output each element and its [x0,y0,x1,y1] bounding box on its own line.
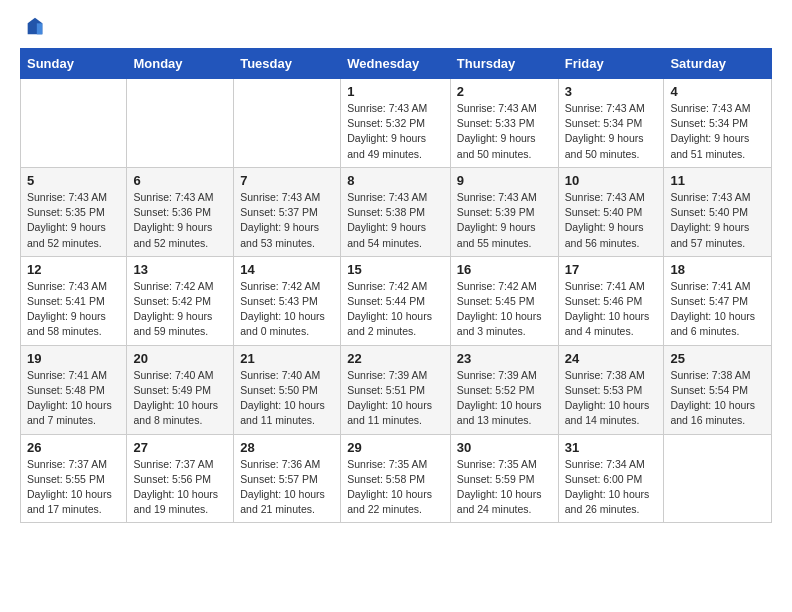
calendar-cell: 31Sunrise: 7:34 AM Sunset: 6:00 PM Dayli… [558,434,664,523]
calendar-cell [234,79,341,168]
day-number: 21 [240,351,334,366]
day-number: 15 [347,262,444,277]
day-detail: Sunrise: 7:42 AM Sunset: 5:43 PM Dayligh… [240,279,334,340]
day-detail: Sunrise: 7:34 AM Sunset: 6:00 PM Dayligh… [565,457,658,518]
calendar-cell: 7Sunrise: 7:43 AM Sunset: 5:37 PM Daylig… [234,167,341,256]
calendar-cell: 11Sunrise: 7:43 AM Sunset: 5:40 PM Dayli… [664,167,772,256]
day-number: 8 [347,173,444,188]
day-number: 5 [27,173,120,188]
day-detail: Sunrise: 7:43 AM Sunset: 5:35 PM Dayligh… [27,190,120,251]
calendar-cell: 4Sunrise: 7:43 AM Sunset: 5:34 PM Daylig… [664,79,772,168]
day-number: 31 [565,440,658,455]
calendar: SundayMondayTuesdayWednesdayThursdayFrid… [20,48,772,523]
day-number: 2 [457,84,552,99]
day-number: 4 [670,84,765,99]
calendar-cell: 2Sunrise: 7:43 AM Sunset: 5:33 PM Daylig… [450,79,558,168]
day-of-week-header: Monday [127,49,234,79]
day-number: 25 [670,351,765,366]
calendar-cell: 28Sunrise: 7:36 AM Sunset: 5:57 PM Dayli… [234,434,341,523]
calendar-cell: 19Sunrise: 7:41 AM Sunset: 5:48 PM Dayli… [21,345,127,434]
day-number: 7 [240,173,334,188]
day-detail: Sunrise: 7:42 AM Sunset: 5:42 PM Dayligh… [133,279,227,340]
svg-marker-1 [37,23,43,34]
day-detail: Sunrise: 7:40 AM Sunset: 5:50 PM Dayligh… [240,368,334,429]
calendar-cell: 1Sunrise: 7:43 AM Sunset: 5:32 PM Daylig… [341,79,451,168]
day-number: 10 [565,173,658,188]
calendar-cell: 5Sunrise: 7:43 AM Sunset: 5:35 PM Daylig… [21,167,127,256]
calendar-cell [21,79,127,168]
day-detail: Sunrise: 7:37 AM Sunset: 5:55 PM Dayligh… [27,457,120,518]
day-of-week-header: Thursday [450,49,558,79]
calendar-cell: 24Sunrise: 7:38 AM Sunset: 5:53 PM Dayli… [558,345,664,434]
day-detail: Sunrise: 7:42 AM Sunset: 5:44 PM Dayligh… [347,279,444,340]
day-detail: Sunrise: 7:38 AM Sunset: 5:53 PM Dayligh… [565,368,658,429]
day-number: 13 [133,262,227,277]
day-detail: Sunrise: 7:43 AM Sunset: 5:39 PM Dayligh… [457,190,552,251]
day-number: 28 [240,440,334,455]
logo [20,16,46,38]
day-detail: Sunrise: 7:41 AM Sunset: 5:48 PM Dayligh… [27,368,120,429]
header [20,16,772,38]
day-detail: Sunrise: 7:43 AM Sunset: 5:41 PM Dayligh… [27,279,120,340]
day-of-week-header: Tuesday [234,49,341,79]
day-detail: Sunrise: 7:39 AM Sunset: 5:51 PM Dayligh… [347,368,444,429]
calendar-cell: 30Sunrise: 7:35 AM Sunset: 5:59 PM Dayli… [450,434,558,523]
day-number: 1 [347,84,444,99]
day-number: 11 [670,173,765,188]
calendar-cell: 23Sunrise: 7:39 AM Sunset: 5:52 PM Dayli… [450,345,558,434]
day-detail: Sunrise: 7:38 AM Sunset: 5:54 PM Dayligh… [670,368,765,429]
day-number: 24 [565,351,658,366]
calendar-cell: 21Sunrise: 7:40 AM Sunset: 5:50 PM Dayli… [234,345,341,434]
day-number: 19 [27,351,120,366]
day-detail: Sunrise: 7:36 AM Sunset: 5:57 PM Dayligh… [240,457,334,518]
calendar-cell: 16Sunrise: 7:42 AM Sunset: 5:45 PM Dayli… [450,256,558,345]
day-detail: Sunrise: 7:42 AM Sunset: 5:45 PM Dayligh… [457,279,552,340]
day-detail: Sunrise: 7:43 AM Sunset: 5:40 PM Dayligh… [565,190,658,251]
day-detail: Sunrise: 7:43 AM Sunset: 5:34 PM Dayligh… [670,101,765,162]
day-number: 6 [133,173,227,188]
calendar-cell: 17Sunrise: 7:41 AM Sunset: 5:46 PM Dayli… [558,256,664,345]
day-detail: Sunrise: 7:41 AM Sunset: 5:47 PM Dayligh… [670,279,765,340]
day-number: 27 [133,440,227,455]
calendar-cell: 18Sunrise: 7:41 AM Sunset: 5:47 PM Dayli… [664,256,772,345]
day-detail: Sunrise: 7:40 AM Sunset: 5:49 PM Dayligh… [133,368,227,429]
day-number: 3 [565,84,658,99]
day-of-week-header: Wednesday [341,49,451,79]
page: SundayMondayTuesdayWednesdayThursdayFrid… [0,0,792,539]
calendar-cell: 27Sunrise: 7:37 AM Sunset: 5:56 PM Dayli… [127,434,234,523]
day-of-week-header: Sunday [21,49,127,79]
day-detail: Sunrise: 7:43 AM Sunset: 5:36 PM Dayligh… [133,190,227,251]
day-of-week-header: Friday [558,49,664,79]
logo-icon [24,16,46,38]
day-detail: Sunrise: 7:43 AM Sunset: 5:34 PM Dayligh… [565,101,658,162]
day-detail: Sunrise: 7:35 AM Sunset: 5:59 PM Dayligh… [457,457,552,518]
calendar-cell: 14Sunrise: 7:42 AM Sunset: 5:43 PM Dayli… [234,256,341,345]
day-number: 16 [457,262,552,277]
day-number: 14 [240,262,334,277]
day-detail: Sunrise: 7:43 AM Sunset: 5:38 PM Dayligh… [347,190,444,251]
day-number: 12 [27,262,120,277]
day-number: 26 [27,440,120,455]
calendar-cell: 29Sunrise: 7:35 AM Sunset: 5:58 PM Dayli… [341,434,451,523]
day-of-week-header: Saturday [664,49,772,79]
day-detail: Sunrise: 7:37 AM Sunset: 5:56 PM Dayligh… [133,457,227,518]
calendar-cell: 20Sunrise: 7:40 AM Sunset: 5:49 PM Dayli… [127,345,234,434]
day-number: 22 [347,351,444,366]
calendar-cell: 22Sunrise: 7:39 AM Sunset: 5:51 PM Dayli… [341,345,451,434]
calendar-cell: 10Sunrise: 7:43 AM Sunset: 5:40 PM Dayli… [558,167,664,256]
calendar-cell: 13Sunrise: 7:42 AM Sunset: 5:42 PM Dayli… [127,256,234,345]
day-number: 29 [347,440,444,455]
day-number: 18 [670,262,765,277]
day-detail: Sunrise: 7:35 AM Sunset: 5:58 PM Dayligh… [347,457,444,518]
calendar-cell: 15Sunrise: 7:42 AM Sunset: 5:44 PM Dayli… [341,256,451,345]
calendar-cell: 6Sunrise: 7:43 AM Sunset: 5:36 PM Daylig… [127,167,234,256]
day-number: 9 [457,173,552,188]
calendar-cell: 12Sunrise: 7:43 AM Sunset: 5:41 PM Dayli… [21,256,127,345]
day-detail: Sunrise: 7:43 AM Sunset: 5:33 PM Dayligh… [457,101,552,162]
day-detail: Sunrise: 7:43 AM Sunset: 5:32 PM Dayligh… [347,101,444,162]
calendar-cell [664,434,772,523]
calendar-cell: 3Sunrise: 7:43 AM Sunset: 5:34 PM Daylig… [558,79,664,168]
calendar-cell: 25Sunrise: 7:38 AM Sunset: 5:54 PM Dayli… [664,345,772,434]
calendar-cell: 26Sunrise: 7:37 AM Sunset: 5:55 PM Dayli… [21,434,127,523]
day-detail: Sunrise: 7:43 AM Sunset: 5:37 PM Dayligh… [240,190,334,251]
